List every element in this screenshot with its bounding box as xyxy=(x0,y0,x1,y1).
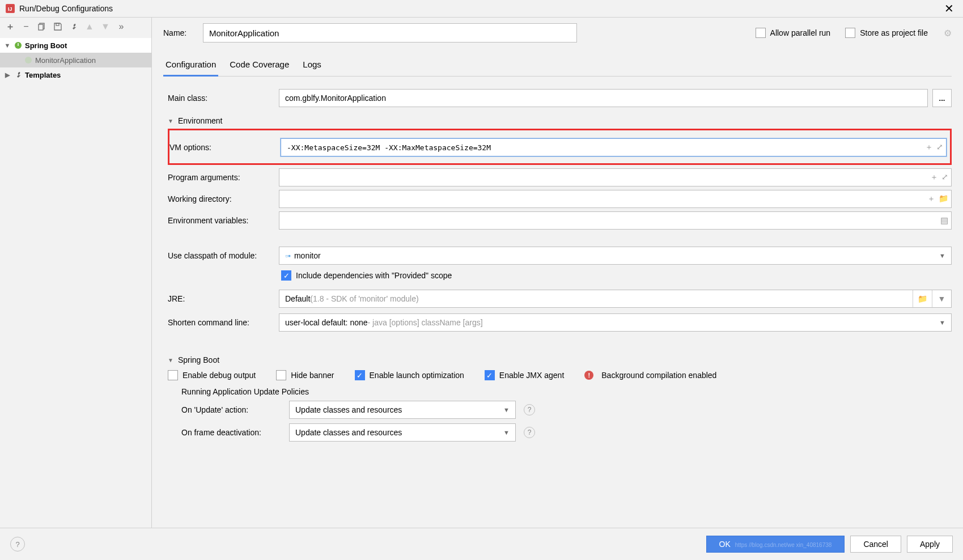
bg-compile-warning: ! Background compilation enabled xyxy=(584,371,716,380)
tab-logs[interactable]: Logs xyxy=(300,55,324,77)
save-icon[interactable] xyxy=(53,22,62,31)
tree-item-monitorapp[interactable]: MonitorApplication xyxy=(0,53,151,67)
gear-icon[interactable]: ⚙ xyxy=(944,28,952,39)
program-args-row: Program arguments: ＋ ⤢ xyxy=(168,168,952,186)
help-button[interactable]: ? xyxy=(10,537,25,551)
checkbox-icon xyxy=(845,28,855,38)
watermark-text: https //blog.csdn.net/we xin_40816738 xyxy=(735,542,832,548)
vm-options-input[interactable] xyxy=(281,138,947,156)
shorten-select[interactable]: user-local default: none - java [options… xyxy=(279,313,952,332)
help-icon[interactable]: ? xyxy=(524,404,535,415)
tab-code-coverage[interactable]: Code Coverage xyxy=(227,55,291,77)
vm-options-highlight: VM options: ＋ ⤢ xyxy=(168,129,952,165)
insert-macro-icon[interactable]: ＋ xyxy=(925,142,933,152)
down-icon[interactable]: ▼ xyxy=(101,22,110,31)
checkbox-icon xyxy=(276,370,286,380)
on-frame-label: On frame deactivation: xyxy=(181,428,289,437)
chevron-down-icon: ▼ xyxy=(503,429,510,436)
enable-jmx-agent-check[interactable]: ✓ Enable JMX agent xyxy=(485,370,564,380)
folder-icon[interactable]: 📁 xyxy=(939,194,948,204)
check-label: Hide banner xyxy=(291,371,334,380)
copy-icon[interactable] xyxy=(37,22,46,31)
svg-rect-3 xyxy=(39,24,43,30)
checkbox-icon xyxy=(168,370,178,380)
name-label: Name: xyxy=(163,28,192,37)
close-icon[interactable]: ✕ xyxy=(941,2,957,15)
tree-label: Templates xyxy=(25,71,61,79)
cancel-button[interactable]: Cancel xyxy=(850,536,901,553)
run-debug-dialog: IJ Run/Debug Configurations ✕ ＋ − ▲ ▼ » … xyxy=(0,0,963,560)
chevron-down-icon: ▼ xyxy=(168,357,173,363)
shorten-detail: - java [options] className [args] xyxy=(368,318,483,327)
folder-icon[interactable]: 📁 xyxy=(913,290,932,307)
classpath-value: monitor xyxy=(294,251,321,260)
working-dir-input[interactable] xyxy=(279,190,952,208)
springboot-section-header[interactable]: ▼ Spring Boot xyxy=(168,355,952,364)
springboot-checks: Enable debug output Hide banner ✓ Enable… xyxy=(168,370,952,380)
tree-label: MonitorApplication xyxy=(35,56,96,65)
insert-macro-icon[interactable]: ＋ xyxy=(927,194,935,204)
jre-prefix: Default xyxy=(285,294,310,303)
check-label: Enable debug output xyxy=(183,371,256,380)
working-dir-label: Working directory: xyxy=(168,194,279,203)
expand-icon[interactable]: ⤢ xyxy=(936,142,943,152)
jre-select[interactable]: Default (1.8 - SDK of 'monitor' module) … xyxy=(279,290,952,308)
on-frame-row: On frame deactivation: Update classes an… xyxy=(181,423,952,442)
check-label: Enable JMX agent xyxy=(499,371,564,380)
svg-rect-4 xyxy=(56,23,59,26)
ok-label: OK xyxy=(719,540,731,549)
ok-button[interactable]: OK https //blog.csdn.net/we xin_40816738 xyxy=(706,536,845,553)
field-icons: ▤ xyxy=(940,215,948,226)
section-title: Spring Boot xyxy=(178,355,219,364)
warning-icon: ! xyxy=(584,371,593,380)
on-frame-select[interactable]: Update classes and resources ▼ xyxy=(289,423,516,442)
update-policies-title: Running Application Update Policies xyxy=(181,387,952,396)
environment-section-header[interactable]: ▼ Environment xyxy=(168,116,952,125)
springboot-icon xyxy=(14,41,23,50)
on-update-select[interactable]: Update classes and resources ▼ xyxy=(289,401,516,419)
titlebar: IJ Run/Debug Configurations ✕ xyxy=(0,0,963,17)
browse-main-class-button[interactable]: ... xyxy=(932,89,952,107)
chevron-down-icon[interactable]: ▼ xyxy=(932,290,951,307)
insert-macro-icon[interactable]: ＋ xyxy=(930,172,938,183)
include-provided-check[interactable]: ✓ Include dependencies with "Provided" s… xyxy=(281,270,952,281)
expand-icon[interactable]: ⤢ xyxy=(941,172,948,183)
jre-row: JRE: Default (1.8 - SDK of 'monitor' mod… xyxy=(168,290,952,308)
tree-item-springboot[interactable]: ▼ Spring Boot xyxy=(0,38,151,53)
tree-label: Spring Boot xyxy=(25,41,67,50)
remove-icon[interactable]: − xyxy=(22,22,31,31)
more-icon[interactable]: » xyxy=(117,22,126,31)
footer-buttons: OK https //blog.csdn.net/we xin_40816738… xyxy=(706,536,953,553)
shorten-row: Shorten command line: user-local default… xyxy=(168,313,952,332)
program-args-input[interactable] xyxy=(279,168,952,186)
sidebar: ＋ − ▲ ▼ » ▼ Spring Boot MonitorApplicati… xyxy=(0,18,152,528)
enable-debug-output-check[interactable]: Enable debug output xyxy=(168,370,256,380)
tree-item-templates[interactable]: ▶ Templates xyxy=(0,67,151,82)
hide-banner-check[interactable]: Hide banner xyxy=(276,370,334,380)
env-vars-input[interactable] xyxy=(279,211,952,230)
store-as-project-check[interactable]: Store as project file xyxy=(845,28,928,38)
on-update-label: On 'Update' action: xyxy=(181,405,289,414)
chevron-down-icon: ▼ xyxy=(939,319,945,326)
wrench-icon[interactable] xyxy=(69,22,78,31)
env-vars-row: Environment variables: ▤ xyxy=(168,211,952,230)
add-icon[interactable]: ＋ xyxy=(6,22,15,31)
springboot-icon xyxy=(24,56,33,65)
field-icons: ＋ ⤢ xyxy=(925,142,943,152)
main-class-label: Main class: xyxy=(168,94,279,103)
list-icon[interactable]: ▤ xyxy=(940,215,948,226)
allow-parallel-check[interactable]: Allow parallel run xyxy=(756,28,831,38)
checkbox-checked-icon: ✓ xyxy=(281,270,291,281)
jre-label: JRE: xyxy=(168,294,279,303)
name-input[interactable] xyxy=(203,23,577,43)
classpath-select[interactable]: ▫▪ monitor ▼ xyxy=(279,247,952,265)
up-icon[interactable]: ▲ xyxy=(85,22,94,31)
help-icon[interactable]: ? xyxy=(524,427,535,438)
main-class-input[interactable] xyxy=(279,89,928,107)
enable-launch-opt-check[interactable]: ✓ Enable launch optimization xyxy=(355,370,464,380)
apply-button[interactable]: Apply xyxy=(907,536,953,553)
tab-configuration[interactable]: Configuration xyxy=(163,55,218,77)
chevron-right-icon: ▶ xyxy=(3,71,11,79)
on-update-row: On 'Update' action: Update classes and r… xyxy=(181,401,952,419)
select-value: Update classes and resources xyxy=(295,428,402,437)
